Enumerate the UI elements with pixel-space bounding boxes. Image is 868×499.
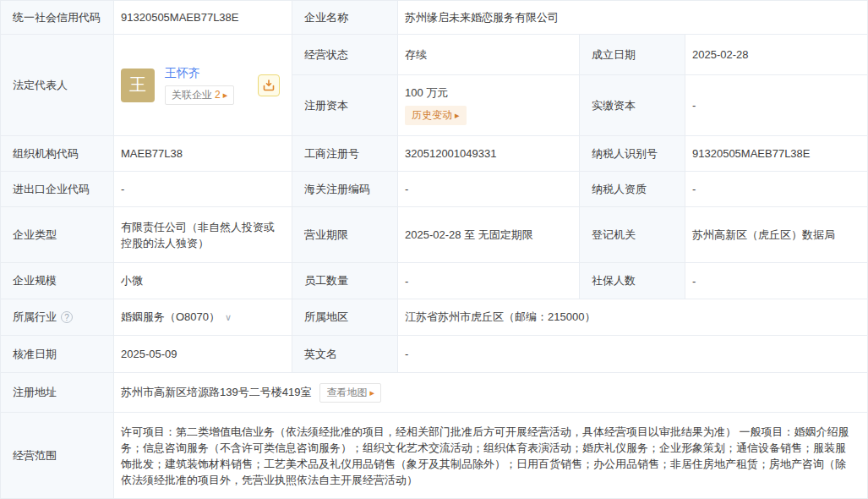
english-name-value: - (398, 336, 867, 373)
social-security-count-label: 社保人数 (580, 263, 685, 299)
status-label: 经营状态 (292, 35, 398, 75)
row-legal-rep: 法定代表人 王 王怀齐 关联企业 2 ▸ 经营状态 存续 (1, 35, 867, 136)
import-export-code-label: 进出口企业代码 (1, 172, 114, 207)
company-name-value: 苏州缘启未来婚恋服务有限公司 (398, 1, 867, 35)
customs-code-label: 海关注册编码 (292, 172, 398, 207)
company-info-table: 统一社会信用代码 91320505MAEB77L38E 企业名称 苏州缘启未来婚… (0, 0, 868, 499)
row-company-type: 企业类型 有限责任公司（非自然人投资或控股的法人独资） 营业期限 2025-02… (1, 207, 867, 263)
reg-capital-label: 注册资本 (292, 75, 398, 136)
paid-capital-label: 实缴资本 (580, 75, 685, 136)
row-credit-code: 统一社会信用代码 91320505MAEB77L38E 企业名称 苏州缘启未来婚… (1, 1, 867, 35)
company-type-label: 企业类型 (1, 207, 114, 263)
approval-date-label: 核准日期 (1, 336, 114, 373)
help-question-icon[interactable]: ? (61, 311, 73, 323)
company-scale-value: 小微 (114, 263, 292, 299)
registered-address-label: 注册地址 (1, 373, 114, 413)
legal-rep-right-subcolumn: 经营状态 存续 成立日期 2025-02-28 注册资本 100 万元 历史变动… (292, 35, 867, 136)
company-type-value: 有限责任公司（非自然人投资或控股的法人独资） (114, 207, 292, 263)
region-value: 江苏省苏州市虎丘区（邮编：215000） (398, 299, 867, 336)
row-import-export: 进出口企业代码 - 海关注册编码 - 纳税人资质 - (1, 172, 867, 207)
taxpayer-qualification-value: - (685, 172, 867, 207)
subrow-capital: 注册资本 100 万元 历史变动 ▸ 实缴资本 - (292, 75, 867, 136)
download-report-button[interactable] (258, 74, 280, 96)
registration-authority-label: 登记机关 (580, 207, 685, 263)
reg-capital-value: 100 万元 (405, 85, 448, 101)
subrow-status: 经营状态 存续 成立日期 2025-02-28 (292, 35, 867, 75)
business-scope-label: 经营范围 (1, 413, 114, 499)
status-value: 存续 (398, 35, 580, 75)
legal-rep-avatar[interactable]: 王 (121, 69, 155, 102)
customs-code-value: - (398, 172, 580, 207)
legal-rep-cell: 王 王怀齐 关联企业 2 ▸ (114, 35, 292, 136)
approval-date-value: 2025-05-09 (114, 336, 292, 373)
company-name-label: 企业名称 (292, 1, 398, 35)
business-term-label: 营业期限 (292, 207, 398, 263)
related-companies-badge[interactable]: 关联企业 2 ▸ (165, 85, 234, 105)
legal-rep-info: 王怀齐 关联企业 2 ▸ (165, 66, 234, 105)
credit-code-value: 91320505MAEB77L38E (114, 1, 292, 35)
arrow-right-icon: ▸ (369, 387, 374, 398)
established-value: 2025-02-28 (685, 35, 867, 75)
view-map-label: 查看地图 (326, 386, 367, 400)
registered-address-value: 苏州市高新区培源路139号二号楼419室 (121, 385, 311, 400)
legal-rep-name-link[interactable]: 王怀齐 (165, 66, 234, 81)
history-change-badge[interactable]: 历史变动 ▸ (405, 106, 467, 125)
industry-value: 婚姻服务（O8070） (121, 310, 220, 325)
social-security-count-value: - (685, 263, 867, 299)
download-report-icon (263, 80, 275, 91)
history-change-label: 历史变动 (412, 108, 452, 123)
company-scale-label: 企业规模 (1, 263, 114, 299)
reg-number-value: 320512001049331 (398, 136, 580, 172)
established-label: 成立日期 (580, 35, 685, 75)
region-label: 所属地区 (292, 299, 398, 336)
industry-label-cell: 所属行业 ? (1, 299, 114, 336)
business-term-value: 2025-02-28 至 无固定期限 (398, 207, 580, 263)
row-approval-date: 核准日期 2025-05-09 英文名 - (1, 336, 867, 373)
registered-address-cell: 苏州市高新区培源路139号二号楼419室 查看地图 ▸ (114, 373, 867, 413)
taxpayer-id-value: 91320505MAEB77L38E (685, 136, 867, 172)
reg-number-label: 工商注册号 (292, 136, 398, 172)
english-name-label: 英文名 (292, 336, 398, 373)
row-org-code: 组织机构代码 MAEB77L38 工商注册号 320512001049331 纳… (1, 136, 867, 172)
row-business-scope: 经营范围 许可项目：第二类增值电信业务（依法须经批准的项目，经相关部门批准后方可… (1, 413, 867, 499)
industry-cell: 婚姻服务（O8070） ∨ (114, 299, 292, 336)
arrow-right-icon: ▸ (223, 90, 228, 101)
staff-count-value: - (398, 263, 580, 299)
org-code-value: MAEB77L38 (114, 136, 292, 172)
related-companies-count: 2 (215, 89, 221, 101)
row-industry: 所属行业 ? 婚姻服务（O8070） ∨ 所属地区 江苏省苏州市虎丘区（邮编：2… (1, 299, 867, 336)
taxpayer-qualification-label: 纳税人资质 (580, 172, 685, 207)
org-code-label: 组织机构代码 (1, 136, 114, 172)
industry-label: 所属行业 (13, 310, 57, 325)
import-export-code-value: - (114, 172, 292, 207)
reg-capital-cell: 100 万元 历史变动 ▸ (398, 75, 580, 136)
row-company-scale: 企业规模 小微 员工数量 - 社保人数 - (1, 263, 867, 299)
arrow-right-icon: ▸ (455, 110, 460, 121)
chevron-down-icon[interactable]: ∨ (225, 312, 232, 323)
registration-authority-value: 苏州高新区（虎丘区）数据局 (685, 207, 867, 263)
business-scope-value: 许可项目：第二类增值电信业务（依法须经批准的项目，经相关部门批准后方可开展经营活… (114, 413, 867, 499)
view-map-button[interactable]: 查看地图 ▸ (319, 383, 381, 403)
staff-count-label: 员工数量 (292, 263, 398, 299)
legal-rep-label: 法定代表人 (1, 35, 114, 136)
row-registered-address: 注册地址 苏州市高新区培源路139号二号楼419室 查看地图 ▸ (1, 373, 867, 413)
credit-code-label: 统一社会信用代码 (1, 1, 114, 35)
paid-capital-value: - (685, 75, 867, 136)
related-companies-label: 关联企业 (172, 88, 212, 102)
taxpayer-id-label: 纳税人识别号 (580, 136, 685, 172)
